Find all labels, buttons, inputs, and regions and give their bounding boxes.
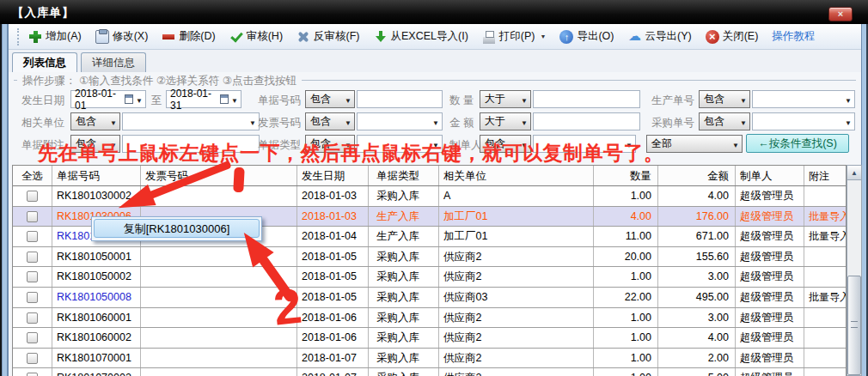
column-header[interactable]: 发票号码 <box>141 166 297 185</box>
cell-unit: 供应商2 <box>439 308 594 328</box>
cell-amount: 4.00 <box>658 328 736 348</box>
cell-note: 批量导入 <box>804 288 847 307</box>
related-unit-operator-select[interactable]: 包含 <box>70 112 120 130</box>
qty-input[interactable] <box>533 90 640 108</box>
table-row[interactable]: RK18010500082018-01-05采购入库供应商0322.00495.… <box>13 288 847 308</box>
toolbar-button-label: 打印(P) <box>499 29 535 44</box>
table-row[interactable]: RK18010700012018-01-07采购入库供应商21.002.00超级… <box>13 349 847 369</box>
column-header[interactable]: 单据类型 <box>369 166 439 185</box>
invoice-operator-select[interactable]: 包含 <box>305 112 355 130</box>
column-header[interactable]: 发生日期 <box>297 166 369 185</box>
chevron-down-icon <box>740 94 747 106</box>
chevron-down-icon[interactable] <box>231 94 238 106</box>
cell-maker: 超级管理员 <box>736 207 804 227</box>
calendar-icon[interactable] <box>125 94 133 104</box>
toolbar-button-label: 审核(H) <box>247 29 283 44</box>
column-header[interactable]: 制单人 <box>736 166 804 185</box>
cell-date: 2018-01-05 <box>297 288 369 307</box>
row-checkbox[interactable] <box>27 211 38 222</box>
toolbar-button-label: 云导出(Y) <box>645 29 692 44</box>
row-checkbox[interactable] <box>27 373 38 376</box>
purchase-order-combo[interactable] <box>752 112 855 130</box>
invoice-combo[interactable] <box>357 112 443 130</box>
table-row[interactable]: RK18010500022018-01-05采购入库供应商21.003.00超级… <box>13 267 847 288</box>
order-no-input[interactable] <box>357 90 443 108</box>
toolbar-button-tutorial[interactable]: 操作教程 <box>772 29 815 44</box>
row-checkbox[interactable] <box>27 292 38 303</box>
vertical-scrollbar[interactable]: ▲ <box>847 165 862 376</box>
table-row[interactable]: RK18010300022018-01-03采购入库A1.004.00超级管理员 <box>13 186 847 207</box>
amount-input[interactable] <box>533 112 640 130</box>
qty-operator-select[interactable]: 大于 <box>480 90 531 108</box>
column-header[interactable]: 金额 <box>658 166 736 185</box>
date-label: 发生日期 <box>21 94 64 108</box>
production-order-combo[interactable] <box>752 90 855 108</box>
toolbar-button-unaudit[interactable]: 反审核(F) <box>296 29 359 44</box>
cell-date: 2018-01-04 <box>297 227 369 246</box>
order-no-label: 单据号码 <box>258 94 301 108</box>
amount-operator-select[interactable]: 大于 <box>480 112 531 130</box>
toolbar-button-excel-import[interactable]: 从EXCEL导入(I) <box>374 29 468 44</box>
toolbar-button-cloud-export[interactable]: 云导出(Y) <box>628 29 692 44</box>
cell-unit: 供应商03 <box>439 288 594 307</box>
context-menu-item-copy[interactable]: 复制[RK1801030006] <box>94 219 260 238</box>
calendar-icon[interactable] <box>220 94 229 104</box>
scroll-up-arrow-icon[interactable]: ▲ <box>847 166 861 180</box>
date-from-field[interactable]: 2018-01-01 <box>70 90 146 108</box>
cell-note <box>804 328 847 348</box>
column-header[interactable]: 单据号码 <box>52 166 141 185</box>
row-checkbox[interactable] <box>27 191 38 202</box>
cell-date: 2018-01-07 <box>297 368 369 376</box>
row-checkbox[interactable] <box>27 312 38 324</box>
purchase-order-operator-select[interactable]: 包含 <box>699 112 750 130</box>
search-by-condition-button[interactable]: ←按条件查找(S) <box>746 134 849 153</box>
column-header[interactable]: 全选 <box>13 166 52 185</box>
row-checkbox[interactable] <box>27 353 38 364</box>
toolbar-button-close[interactable]: 关闭(E) <box>706 29 759 44</box>
row-checkbox[interactable] <box>27 332 38 343</box>
window-close-button[interactable]: × <box>828 7 853 21</box>
order-no-operator-select[interactable]: 包含 <box>305 90 355 108</box>
cell-unit: 加工厂01 <box>439 227 594 246</box>
column-header[interactable]: 数量 <box>594 166 658 185</box>
row-select-cell <box>13 368 52 376</box>
toolbar-grip <box>17 28 20 45</box>
toolbar-items: 增加(A)修改(X)删除(D)审核(H)反审核(F)从EXCEL导入(I)打印(… <box>28 29 815 44</box>
related-unit-combo[interactable] <box>122 112 260 130</box>
row-select-cell <box>13 227 52 246</box>
table-row[interactable]: RK18010600012018-01-06采购入库供应商21.003.00超级… <box>13 308 847 329</box>
toolbar-button-print[interactable]: 打印(P)▼ <box>482 29 547 44</box>
print-dropdown-arrow-icon[interactable]: ▼ <box>541 33 547 39</box>
table-row[interactable]: RK18010600022018-01-06采购入库供应商21.004.00超级… <box>13 328 847 349</box>
cell-type: 采购入库 <box>369 308 439 328</box>
row-checkbox[interactable] <box>27 252 38 263</box>
cell-type: 采购入库 <box>369 349 439 368</box>
date-to-field[interactable]: 2018-01-31 <box>166 90 241 108</box>
cell-date: 2018-01-06 <box>297 328 369 348</box>
tab-detail-info[interactable]: 详细信息 <box>81 52 146 72</box>
row-checkbox[interactable] <box>27 231 38 242</box>
tab-list-info[interactable]: 列表信息 <box>12 52 77 73</box>
toolbar-button-add[interactable]: 增加(A) <box>28 29 82 44</box>
column-header[interactable]: 相关单位 <box>439 166 594 185</box>
cell-amount: 4.00 <box>658 186 736 206</box>
scrollbar-thumb[interactable] <box>847 276 861 375</box>
cell-date: 2018-01-06 <box>297 308 369 328</box>
window-title: 【入库单】 <box>12 5 75 21</box>
row-checkbox[interactable] <box>27 271 38 282</box>
cell-maker: 超级管理员 <box>736 368 804 376</box>
table-row[interactable]: RK18010500012018-01-05采购入库供应商220.00155.6… <box>13 247 847 268</box>
toolbar-button-label: 导出(O) <box>577 29 614 44</box>
toolbar-button-delete[interactable]: 删除(D) <box>162 29 215 44</box>
production-order-operator-select[interactable]: 包含 <box>699 90 750 108</box>
table-row[interactable]: RK18010700022018-01-07采购入库供应商21.005.00超级… <box>13 368 847 376</box>
toolbar-button-export[interactable]: 导出(O) <box>559 29 614 44</box>
toolbar-button-audit[interactable]: 审核(H) <box>229 29 283 44</box>
invoice-no-label: 发票号码 <box>258 116 301 130</box>
chevron-down-icon[interactable] <box>136 94 143 106</box>
toolbar-button-edit[interactable]: 修改(X) <box>95 29 149 44</box>
column-header[interactable]: 附注 <box>804 166 847 185</box>
cell-unit: A <box>439 186 594 206</box>
toolbar-button-label: 从EXCEL导入(I) <box>391 29 468 44</box>
cell-qty: 1.00 <box>594 368 658 376</box>
